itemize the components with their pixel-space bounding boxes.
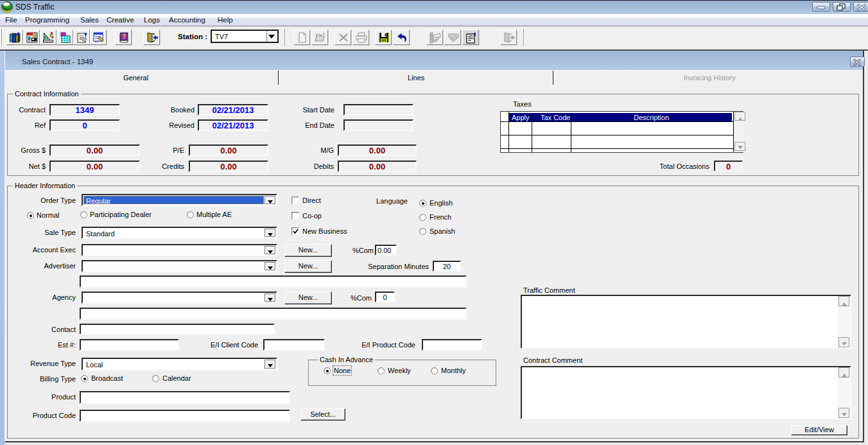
svg-text:?: ? — [122, 33, 126, 40]
